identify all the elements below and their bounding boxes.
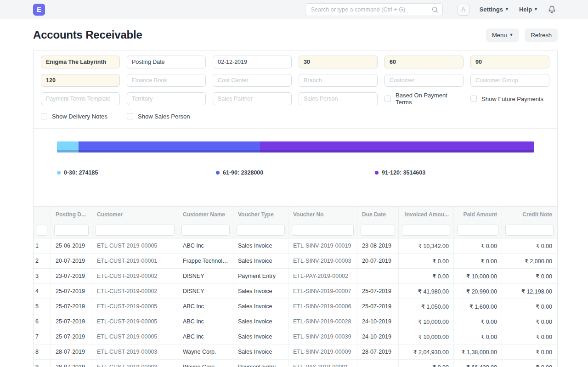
table-cell[interactable]: ₹ 1,600.00 [454,299,502,314]
table-cell[interactable]: Sales Invoice [233,344,288,359]
table-cell[interactable]: ETL-SINV-2019-00019 [288,238,357,253]
table-cell[interactable]: ETL-SINV-2019-00007 [288,284,357,299]
menu-button[interactable]: Menu ▼ [486,28,519,42]
table-cell[interactable]: ₹ 0.00 [399,269,454,283]
row-index-cell[interactable]: 5 [34,299,51,314]
table-cell[interactable]: ₹ 0.00 [502,360,557,367]
table-cell[interactable]: ₹ 0.00 [502,329,557,344]
based-on-payment-terms-checkbox[interactable] [384,96,391,102]
table-cell[interactable]: 28-07-2019 [51,360,92,367]
credit-note-column-filter-input[interactable] [505,225,554,236]
table-cell[interactable]: ₹ 10,342.00 [399,238,454,253]
table-cell[interactable]: ABC Inc [178,314,233,329]
posting-date-column-filter-input[interactable] [54,225,89,236]
row-index-cell[interactable]: 7 [34,329,51,344]
customer-name-column-filter-input[interactable] [181,225,230,236]
row-index-cell[interactable]: 1 [34,238,51,253]
ageing-range-3-filter[interactable] [470,56,549,68]
row-index-cell[interactable]: 2 [34,254,51,268]
table-cell[interactable]: DISNEY [178,269,233,283]
index-column-filter-input[interactable] [37,225,47,236]
app-logo[interactable]: E [33,4,45,16]
sales-person-filter[interactable] [299,92,378,105]
table-cell[interactable]: 23-08-2019 [357,238,399,253]
col-header-voucher-type[interactable]: Voucher Type [233,207,288,222]
table-cell[interactable]: ETL-CUST-2019-00001 [92,254,178,268]
customer-column-filter-input[interactable] [96,225,175,236]
table-cell[interactable]: Sales Invoice [233,329,288,344]
table-cell[interactable]: ₹ 0.00 [502,314,557,329]
col-header-due-date[interactable]: Due Date [357,207,399,222]
table-cell[interactable]: Wayne Corp. [178,360,233,367]
ageing-range-4-filter[interactable] [41,74,120,87]
ageing-range-2-filter[interactable] [384,56,464,68]
table-cell[interactable]: Frappe Technolo... [178,254,233,268]
invoiced-amount-column-filter-input[interactable] [402,225,450,236]
table-cell[interactable] [357,269,399,283]
notifications-bell-icon[interactable] [548,6,556,13]
table-cell[interactable]: 25-06-2019 [51,238,92,253]
table-cell[interactable]: ₹ 0.00 [502,344,557,359]
table-cell[interactable]: ETL-CUST-2019-00005 [92,329,178,344]
table-cell[interactable] [357,360,399,367]
table-cell[interactable]: DISNEY [178,284,233,299]
table-cell[interactable]: ₹ 0.00 [502,299,557,314]
table-cell[interactable]: ₹ 0.00 [454,254,502,268]
show-delivery-notes-checkbox[interactable] [41,113,47,119]
table-cell[interactable]: 25-07-2019 [51,329,92,344]
refresh-button[interactable]: Refresh [525,28,558,42]
col-header-customer[interactable]: Customer [92,207,178,222]
table-cell[interactable]: ₹ 10,000.00 [399,329,454,344]
table-cell[interactable]: ETL-CUST-2019-00005 [92,314,178,329]
table-cell[interactable]: Payment Entry [233,269,288,283]
settings-menu[interactable]: Settings ▼ [480,6,509,13]
table-cell[interactable]: Wayne Corp. [178,344,233,359]
table-cell[interactable]: ₹ 0.00 [454,329,502,344]
help-menu[interactable]: Help ▼ [519,6,538,13]
table-cell[interactable]: ETL-CUST-2019-00002 [92,284,178,299]
voucher-type-column-filter-input[interactable] [237,225,285,236]
table-cell[interactable]: ETL-CUST-2019-00002 [92,269,178,283]
table-cell[interactable]: ETL-SINV-2019-00006 [288,299,357,314]
table-cell[interactable]: 28-07-2019 [357,344,399,359]
table-cell[interactable]: ₹ 10,000.00 [454,269,502,283]
table-cell[interactable]: 25-07-2019 [357,299,399,314]
table-cell[interactable]: ETL-PAY-2019-00002 [288,269,357,283]
table-cell[interactable]: ₹ 1,38,000.00 [454,344,502,359]
range-based-on-select[interactable] [127,56,206,68]
col-header-voucher-no[interactable]: Voucher No [288,207,357,222]
table-cell[interactable]: ABC Inc [178,329,233,344]
table-cell[interactable]: ₹ 2,000.00 [502,254,557,268]
table-cell[interactable]: 25-07-2019 [357,284,399,299]
table-cell[interactable]: Sales Invoice [233,314,288,329]
col-header-credit-note[interactable]: Credit Note [502,207,557,222]
paid-amount-column-filter-input[interactable] [457,225,498,236]
table-cell[interactable]: ₹ 0.00 [454,238,502,253]
table-cell[interactable]: ETL-CUST-2019-00005 [92,238,178,253]
due-date-column-filter-input[interactable] [361,225,395,236]
table-cell[interactable]: Sales Invoice [233,299,288,314]
table-cell[interactable]: 20-07-2019 [357,254,399,268]
table-cell[interactable]: ETL-SINV-2019-00009 [288,344,357,359]
company-filter[interactable] [41,56,120,68]
table-cell[interactable]: 25-07-2019 [51,314,92,329]
row-index-cell[interactable]: 3 [34,269,51,283]
branch-filter[interactable] [299,74,378,87]
table-cell[interactable]: ETL-SINV-2019-00028 [288,314,357,329]
ageing-range-1-filter[interactable] [299,56,378,68]
show-sales-person-checkbox[interactable] [127,113,133,119]
customer-group-filter[interactable] [470,74,549,87]
table-cell[interactable]: ₹ 2,04,930.00 [399,344,454,359]
table-cell[interactable]: 20-07-2019 [51,254,92,268]
table-cell[interactable]: ABC Inc [178,238,233,253]
col-header-customer-name[interactable]: Customer Name [178,207,233,222]
table-cell[interactable]: 24-10-2019 [357,314,399,329]
user-avatar[interactable]: A [458,4,469,16]
table-cell[interactable]: ETL-PAY-2019-00001 [288,360,357,367]
row-index-cell[interactable]: 6 [34,314,51,329]
table-cell[interactable]: ₹ 12,198.00 [502,284,557,299]
table-cell[interactable]: ETL-CUST-2019-00003 [92,344,178,359]
voucher-no-column-filter-input[interactable] [292,225,354,236]
table-cell[interactable]: ₹ 0.00 [502,269,557,283]
row-index-cell[interactable]: 9 [34,360,51,367]
